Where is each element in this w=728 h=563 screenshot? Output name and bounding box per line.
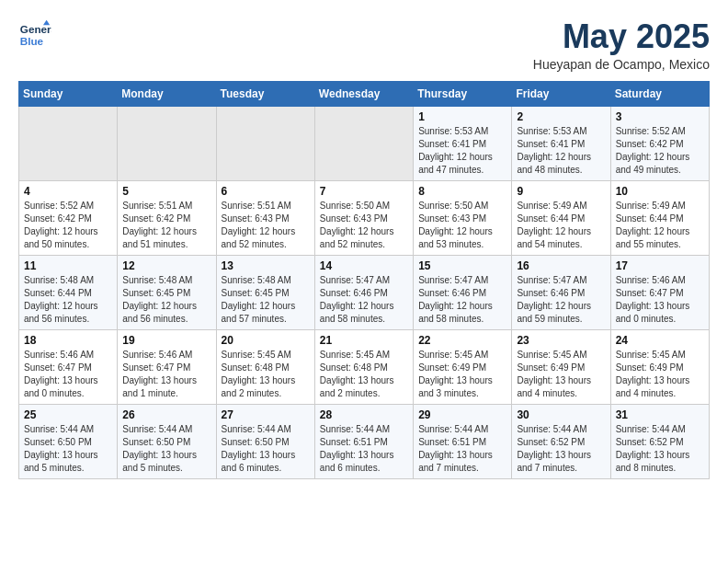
day-info: Sunrise: 5:53 AM Sunset: 6:41 PM Dayligh… [418,125,506,177]
day-number: 23 [517,334,605,347]
calendar-cell: 26Sunrise: 5:44 AM Sunset: 6:50 PM Dayli… [118,404,216,478]
weekday-header: Friday [512,81,610,106]
calendar-cell: 23Sunrise: 5:45 AM Sunset: 6:49 PM Dayli… [512,329,610,404]
weekday-header: Monday [118,81,216,106]
day-info: Sunrise: 5:44 AM Sunset: 6:50 PM Dayligh… [122,423,210,475]
calendar-cell: 21Sunrise: 5:45 AM Sunset: 6:48 PM Dayli… [314,329,413,404]
svg-text:Blue: Blue [20,35,44,47]
day-info: Sunrise: 5:48 AM Sunset: 6:45 PM Dayligh… [122,274,210,326]
calendar-cell [19,106,118,180]
weekday-header: Sunday [19,81,118,106]
calendar-cell: 20Sunrise: 5:45 AM Sunset: 6:48 PM Dayli… [216,329,314,404]
day-number: 3 [616,110,704,123]
calendar-week-row: 25Sunrise: 5:44 AM Sunset: 6:50 PM Dayli… [19,404,710,478]
day-info: Sunrise: 5:51 AM Sunset: 6:42 PM Dayligh… [122,200,210,251]
day-info: Sunrise: 5:45 AM Sunset: 6:49 PM Dayligh… [616,349,704,400]
day-number: 14 [320,259,408,272]
day-number: 28 [320,408,408,421]
weekday-header: Tuesday [216,81,314,106]
month-title: May 2025 [533,18,710,55]
day-info: Sunrise: 5:47 AM Sunset: 6:46 PM Dayligh… [320,274,408,326]
logo-icon: General Blue [18,18,51,52]
day-number: 2 [517,110,605,123]
day-info: Sunrise: 5:46 AM Sunset: 6:47 PM Dayligh… [616,274,704,326]
day-number: 26 [122,408,210,421]
day-number: 8 [418,185,506,198]
weekday-header-row: SundayMondayTuesdayWednesdayThursdayFrid… [19,81,710,106]
day-number: 12 [122,259,210,272]
calendar-cell: 27Sunrise: 5:44 AM Sunset: 6:50 PM Dayli… [216,404,314,478]
calendar-cell: 16Sunrise: 5:47 AM Sunset: 6:46 PM Dayli… [512,255,610,329]
weekday-header: Wednesday [314,81,413,106]
calendar-cell: 29Sunrise: 5:44 AM Sunset: 6:51 PM Dayli… [414,404,512,478]
calendar-week-row: 1Sunrise: 5:53 AM Sunset: 6:41 PM Daylig… [19,106,710,180]
location: Hueyapan de Ocampo, Mexico [533,57,710,72]
day-number: 15 [418,259,506,272]
day-info: Sunrise: 5:46 AM Sunset: 6:47 PM Dayligh… [122,349,210,400]
day-number: 27 [222,408,310,421]
day-info: Sunrise: 5:52 AM Sunset: 6:42 PM Dayligh… [24,200,112,251]
calendar-cell [118,106,216,180]
calendar-cell: 30Sunrise: 5:44 AM Sunset: 6:52 PM Dayli… [512,404,610,478]
day-info: Sunrise: 5:51 AM Sunset: 6:43 PM Dayligh… [222,200,310,251]
calendar-table: SundayMondayTuesdayWednesdayThursdayFrid… [18,81,710,479]
day-number: 22 [418,334,506,347]
calendar-cell: 22Sunrise: 5:45 AM Sunset: 6:49 PM Dayli… [414,329,512,404]
calendar-cell: 1Sunrise: 5:53 AM Sunset: 6:41 PM Daylig… [414,106,512,180]
day-info: Sunrise: 5:49 AM Sunset: 6:44 PM Dayligh… [517,200,605,251]
day-info: Sunrise: 5:47 AM Sunset: 6:46 PM Dayligh… [517,274,605,326]
day-number: 21 [320,334,408,347]
calendar-cell: 31Sunrise: 5:44 AM Sunset: 6:52 PM Dayli… [610,404,709,478]
calendar-cell: 6Sunrise: 5:51 AM Sunset: 6:43 PM Daylig… [216,180,314,255]
day-number: 9 [517,185,605,198]
calendar-cell: 24Sunrise: 5:45 AM Sunset: 6:49 PM Dayli… [610,329,709,404]
calendar-cell: 17Sunrise: 5:46 AM Sunset: 6:47 PM Dayli… [610,255,709,329]
day-number: 24 [616,334,704,347]
calendar-cell: 7Sunrise: 5:50 AM Sunset: 6:43 PM Daylig… [314,180,413,255]
day-info: Sunrise: 5:45 AM Sunset: 6:49 PM Dayligh… [418,349,506,400]
calendar-cell: 13Sunrise: 5:48 AM Sunset: 6:45 PM Dayli… [216,255,314,329]
day-number: 30 [517,408,605,421]
day-info: Sunrise: 5:45 AM Sunset: 6:48 PM Dayligh… [320,349,408,400]
day-number: 31 [616,408,704,421]
day-number: 4 [24,185,112,198]
day-number: 7 [320,185,408,198]
day-info: Sunrise: 5:45 AM Sunset: 6:48 PM Dayligh… [222,349,310,400]
day-info: Sunrise: 5:44 AM Sunset: 6:52 PM Dayligh… [517,423,605,475]
calendar-cell: 18Sunrise: 5:46 AM Sunset: 6:47 PM Dayli… [19,329,118,404]
day-info: Sunrise: 5:47 AM Sunset: 6:46 PM Dayligh… [418,274,506,326]
day-info: Sunrise: 5:44 AM Sunset: 6:51 PM Dayligh… [320,423,408,475]
day-number: 1 [418,110,506,123]
day-info: Sunrise: 5:49 AM Sunset: 6:44 PM Dayligh… [616,200,704,251]
day-number: 10 [616,185,704,198]
day-info: Sunrise: 5:44 AM Sunset: 6:50 PM Dayligh… [24,423,112,475]
day-number: 16 [517,259,605,272]
day-info: Sunrise: 5:50 AM Sunset: 6:43 PM Dayligh… [418,200,506,251]
calendar-week-row: 4Sunrise: 5:52 AM Sunset: 6:42 PM Daylig… [19,180,710,255]
day-info: Sunrise: 5:52 AM Sunset: 6:42 PM Dayligh… [616,125,704,177]
calendar-cell: 28Sunrise: 5:44 AM Sunset: 6:51 PM Dayli… [314,404,413,478]
calendar-cell: 3Sunrise: 5:52 AM Sunset: 6:42 PM Daylig… [610,106,709,180]
day-info: Sunrise: 5:48 AM Sunset: 6:44 PM Dayligh… [24,274,112,326]
calendar-cell: 2Sunrise: 5:53 AM Sunset: 6:41 PM Daylig… [512,106,610,180]
calendar-cell [314,106,413,180]
calendar-cell: 12Sunrise: 5:48 AM Sunset: 6:45 PM Dayli… [118,255,216,329]
calendar-cell: 5Sunrise: 5:51 AM Sunset: 6:42 PM Daylig… [118,180,216,255]
day-number: 5 [122,185,210,198]
weekday-header: Saturday [610,81,709,106]
calendar-week-row: 11Sunrise: 5:48 AM Sunset: 6:44 PM Dayli… [19,255,710,329]
calendar-cell: 10Sunrise: 5:49 AM Sunset: 6:44 PM Dayli… [610,180,709,255]
day-number: 20 [222,334,310,347]
calendar-week-row: 18Sunrise: 5:46 AM Sunset: 6:47 PM Dayli… [19,329,710,404]
calendar-cell: 19Sunrise: 5:46 AM Sunset: 6:47 PM Dayli… [118,329,216,404]
day-info: Sunrise: 5:44 AM Sunset: 6:51 PM Dayligh… [418,423,506,475]
page-header: General Blue May 2025 Hueyapan de Ocampo… [18,18,710,72]
weekday-header: Thursday [414,81,512,106]
day-number: 11 [24,259,112,272]
calendar-cell: 8Sunrise: 5:50 AM Sunset: 6:43 PM Daylig… [414,180,512,255]
day-number: 25 [24,408,112,421]
day-info: Sunrise: 5:50 AM Sunset: 6:43 PM Dayligh… [320,200,408,251]
day-info: Sunrise: 5:44 AM Sunset: 6:52 PM Dayligh… [616,423,704,475]
calendar-cell: 4Sunrise: 5:52 AM Sunset: 6:42 PM Daylig… [19,180,118,255]
day-number: 6 [222,185,310,198]
